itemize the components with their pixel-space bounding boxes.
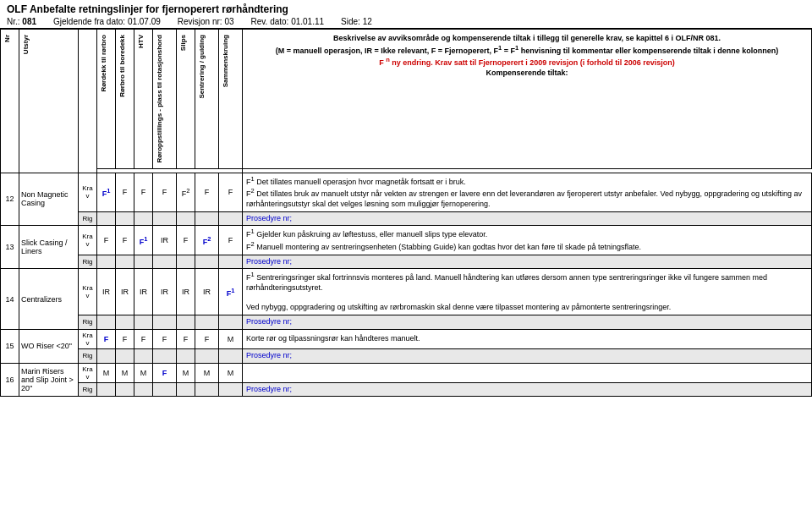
cell-roroppstill [153, 382, 177, 397]
cell-description: F1 Sentreringsringer skal fortrinnsvis m… [243, 269, 812, 315]
table-row: RigProsedyre nr; [1, 211, 812, 226]
table-row: RigProsedyre nr; [1, 255, 812, 269]
cell-rordekk [97, 211, 116, 226]
cell-rordekk: IR [97, 269, 116, 315]
th-sentrering: Sentrering / guiding [195, 30, 219, 169]
cell-roroppstill [153, 255, 177, 269]
cell-roroppstill [153, 348, 177, 363]
cell-sammens: F [219, 226, 243, 255]
table-row: RigProsedyre nr; [1, 348, 812, 363]
cell-slips: IR [177, 269, 195, 315]
cell-rordekk [97, 255, 116, 269]
cell-rordekk: F [97, 329, 116, 348]
cell-slips [177, 255, 195, 269]
cell-roroppstill: F [153, 329, 177, 348]
cell-rordekk [97, 315, 116, 330]
cell-sentrering: IR [195, 269, 219, 315]
row-type: Kra v [79, 173, 97, 211]
row-type: Rig [79, 211, 97, 226]
cell-htv [134, 382, 153, 397]
cell-htv [134, 348, 153, 363]
cell-sentrering: F [195, 173, 219, 211]
row-type: Rig [79, 255, 97, 269]
cell-sammens: F1 [219, 269, 243, 315]
cell-slips [177, 348, 195, 363]
cell-sammens: M [219, 363, 243, 382]
cell-rorbro: M [116, 363, 134, 382]
cell-sammens [219, 255, 243, 269]
cell-slips: F [177, 226, 195, 255]
th-slips: Slips [177, 30, 195, 169]
cell-sammens [219, 348, 243, 363]
cell-rordekk: M [97, 363, 116, 382]
cell-htv: F1 [134, 226, 153, 255]
table-row: 16Marin Risers and Slip Joint > 20"Kra v… [1, 363, 812, 382]
doc-rev-dato: Rev. dato: 01.01.11 [251, 17, 325, 26]
th-nr: Nr [1, 30, 19, 173]
cell-sentrering: M [195, 363, 219, 382]
cell-slips: M [177, 363, 195, 382]
cell-sammens [219, 382, 243, 397]
cell-rorbro [116, 211, 134, 226]
th-rordekk: Rørdekk til rørbro [97, 30, 116, 169]
cell-htv [134, 211, 153, 226]
row-nr: 14 [1, 269, 19, 329]
th-sammenskruing: Sammenskruing [219, 30, 243, 169]
cell-description: Prosedyre nr; [243, 382, 812, 397]
cell-roroppstill [153, 315, 177, 330]
cell-roroppstill: IR [153, 226, 177, 255]
cell-slips [177, 382, 195, 397]
row-type: Rig [79, 348, 97, 363]
cell-description: Prosedyre nr; [243, 211, 812, 226]
th-beskrivelse: Beskrivelse av avviksområde og kompenser… [243, 30, 812, 169]
cell-rorbro: F [116, 329, 134, 348]
cell-sentrering [195, 348, 219, 363]
cell-description: F1 Det tillates manuell operasjon hvor m… [243, 173, 812, 211]
main-table: Nr Utstyr Rørdekk til rørbro Rørbro til … [0, 29, 812, 397]
row-utstyr: Centralizers [19, 269, 79, 329]
doc-revisjon: Revisjon nr: 03 [178, 17, 234, 26]
row-type: Kra v [79, 226, 97, 255]
document-title: OLF Anbefalte retningslinjer for fjernop… [7, 3, 805, 15]
cell-sammens: M [219, 329, 243, 348]
cell-description: Korte rør og tilpassningsrør kan håndter… [243, 329, 812, 348]
cell-rorbro: F [116, 173, 134, 211]
cell-htv [134, 315, 153, 330]
row-nr: 16 [1, 363, 19, 397]
document-header: OLF Anbefalte retningslinjer for fjernop… [0, 0, 812, 29]
cell-description [243, 363, 812, 382]
table-row: 14CentralizersKra vIRIRIRIRIRIRF1F1 Sent… [1, 269, 812, 315]
cell-rordekk [97, 382, 116, 397]
cell-htv: F [134, 173, 153, 211]
doc-gjeldende: Gjeldende fra dato: 01.07.09 [53, 17, 161, 26]
cell-sammens: F [219, 173, 243, 211]
cell-sentrering [195, 255, 219, 269]
cell-htv [134, 255, 153, 269]
cell-description: F1 Gjelder kun påskruing av løftestuss, … [243, 226, 812, 255]
cell-rorbro [116, 382, 134, 397]
cell-sentrering [195, 211, 219, 226]
row-nr: 15 [1, 329, 19, 363]
row-utstyr: Non Magnetic Casing [19, 173, 79, 226]
table-row: RigProsedyre nr; [1, 382, 812, 397]
table-row: 13Slick Casing / LinersKra vFFF1IRFF2FF1… [1, 226, 812, 255]
cell-roroppstill: F [153, 173, 177, 211]
cell-description: Prosedyre nr; [243, 255, 812, 269]
cell-description: Prosedyre nr; [243, 348, 812, 363]
row-utstyr: Slick Casing / Liners [19, 226, 79, 269]
cell-rordekk: F1 [97, 173, 116, 211]
row-type: Rig [79, 382, 97, 397]
row-type: Kra v [79, 329, 97, 348]
cell-slips: F [177, 329, 195, 348]
cell-slips: F2 [177, 173, 195, 211]
cell-rorbro [116, 255, 134, 269]
th-rorbro: Rørbro til boredekk [116, 30, 134, 169]
table-row: RigProsedyre nr; [1, 315, 812, 330]
doc-nr: Nr.: 081 [7, 17, 36, 26]
cell-sentrering: F [195, 329, 219, 348]
row-type: Rig [79, 315, 97, 330]
cell-sammens [219, 211, 243, 226]
cell-sammens [219, 315, 243, 330]
cell-slips [177, 211, 195, 226]
cell-description: Prosedyre nr; [243, 315, 812, 330]
